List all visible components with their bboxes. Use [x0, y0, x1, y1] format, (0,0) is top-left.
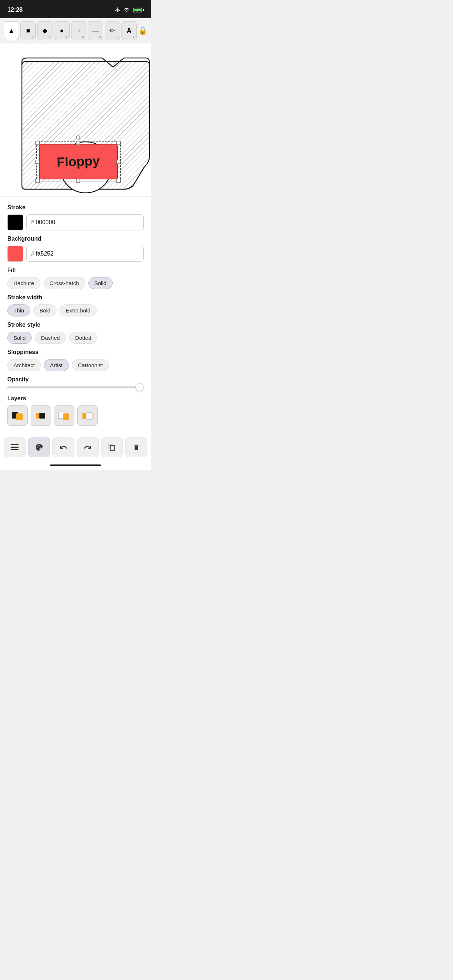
- copy-icon: [108, 443, 116, 451]
- fill-chip-solid[interactable]: Solid: [88, 277, 113, 289]
- menu-button[interactable]: [4, 438, 26, 457]
- tool-pencil[interactable]: ✏ 7: [105, 21, 120, 40]
- svg-rect-12: [117, 179, 120, 183]
- tool-diamond[interactable]: ◆ 3: [37, 21, 53, 40]
- canvas-drawing: Floppy: [0, 43, 151, 197]
- tool-number-5: 5: [83, 35, 84, 39]
- background-hex-value[interactable]: fa5252: [36, 250, 54, 257]
- tool-line[interactable]: — 6: [88, 21, 103, 40]
- copy-button[interactable]: [101, 438, 123, 457]
- sloppiness-chip-architect[interactable]: Architect: [7, 359, 41, 371]
- tool-select[interactable]: ▲ 1: [4, 21, 19, 40]
- stroke-hex-value[interactable]: 000000: [36, 219, 55, 226]
- style-button[interactable]: [28, 438, 50, 457]
- sloppiness-label: Sloppiness: [7, 349, 144, 355]
- stroke-label: Stroke: [7, 204, 144, 211]
- stroke-style-chip-solid[interactable]: Solid: [7, 332, 32, 344]
- svg-rect-6: [76, 141, 80, 145]
- stroke-width-chip-extra-bold[interactable]: Extra bold: [59, 304, 97, 317]
- stroke-style-chip-dashed[interactable]: Dashed: [35, 332, 66, 344]
- layer-thumb-2[interactable]: [30, 406, 51, 426]
- opacity-label: Opacity: [7, 376, 144, 383]
- tool-rectangle[interactable]: ■ 2: [21, 21, 36, 40]
- redo-icon: [83, 443, 91, 451]
- svg-rect-5: [36, 141, 39, 145]
- svg-point-13: [76, 135, 80, 139]
- properties-panel: Stroke # 000000 Background # fa5252 Fill…: [0, 197, 151, 434]
- layer-thumb-4[interactable]: [77, 406, 98, 426]
- background-color-row: # fa5252: [7, 246, 144, 262]
- fill-chips: Hachure Cross-hatch Solid: [7, 277, 144, 289]
- layers-row: [7, 406, 144, 426]
- undo-icon: [59, 443, 67, 451]
- stroke-color-swatch[interactable]: [7, 215, 23, 231]
- menu-icon: [11, 444, 19, 450]
- fill-chip-hachure[interactable]: Hachure: [7, 277, 40, 289]
- stroke-hash: #: [31, 219, 34, 226]
- tool-number-4: 4: [65, 35, 67, 39]
- undo-button[interactable]: [52, 438, 74, 457]
- delete-button[interactable]: [125, 438, 147, 457]
- redo-button[interactable]: [77, 438, 99, 457]
- svg-rect-18: [39, 413, 45, 418]
- layer-thumb-3[interactable]: [54, 406, 74, 426]
- status-icons: ⚡: [115, 7, 144, 13]
- svg-rect-10: [36, 179, 39, 183]
- wifi-icon: [123, 7, 130, 13]
- home-bar: [50, 465, 101, 466]
- toolbar: ▲ 1 ■ 2 ◆ 3 ● 4 → 5 — 6 ✏ 7 A 8 🔓: [0, 18, 151, 43]
- stroke-style-label: Stroke style: [7, 321, 144, 328]
- tool-lock[interactable]: 🔓: [138, 21, 147, 40]
- stroke-width-chips: Thin Bold Extra bold: [7, 304, 144, 317]
- stroke-style-chip-dotted[interactable]: Dotted: [69, 332, 97, 344]
- svg-rect-23: [11, 444, 19, 445]
- svg-rect-20: [63, 414, 69, 420]
- svg-text:Floppy: Floppy: [57, 153, 100, 170]
- status-time: 12:28: [7, 6, 22, 13]
- airplane-icon: [115, 7, 120, 13]
- opacity-slider-container: [7, 387, 144, 388]
- opacity-slider-track[interactable]: [7, 387, 144, 388]
- sloppiness-chips: Architect Artist Cartoonist: [7, 359, 144, 371]
- sloppiness-chip-artist[interactable]: Artist: [44, 359, 69, 371]
- tool-number-8: 8: [133, 35, 135, 39]
- svg-rect-22: [86, 413, 93, 419]
- opacity-slider-thumb[interactable]: [136, 383, 144, 391]
- opacity-slider-fill: [7, 387, 137, 388]
- stroke-color-input-wrapper: # 000000: [26, 215, 144, 231]
- background-label: Background: [7, 235, 144, 242]
- tool-arrow[interactable]: → 5: [71, 21, 86, 40]
- tool-number-2: 2: [32, 35, 33, 39]
- layer-thumb-1[interactable]: [7, 406, 28, 426]
- stroke-style-chips: Solid Dashed Dotted: [7, 332, 144, 344]
- svg-rect-24: [11, 447, 19, 448]
- tool-number-6: 6: [99, 35, 101, 39]
- background-color-input-wrapper: # fa5252: [26, 246, 144, 262]
- stroke-width-chip-thin[interactable]: Thin: [7, 304, 30, 317]
- svg-rect-16: [16, 414, 22, 420]
- trash-icon: [133, 443, 140, 451]
- fill-label: Fill: [7, 267, 144, 274]
- background-color-swatch[interactable]: [7, 246, 23, 262]
- battery-icon: ⚡: [133, 8, 144, 13]
- svg-rect-11: [76, 179, 80, 183]
- palette-icon: [35, 443, 43, 451]
- tool-ellipse[interactable]: ● 4: [54, 21, 69, 40]
- home-indicator: [0, 461, 151, 470]
- tool-number-7: 7: [116, 35, 118, 39]
- svg-rect-9: [117, 160, 120, 164]
- svg-rect-7: [117, 141, 120, 145]
- fill-chip-cross-hatch[interactable]: Cross-hatch: [43, 277, 85, 289]
- tool-text[interactable]: A 8: [121, 21, 137, 40]
- svg-rect-25: [11, 449, 19, 450]
- background-hash: #: [31, 250, 34, 257]
- svg-rect-8: [36, 160, 39, 164]
- stroke-width-chip-bold[interactable]: Bold: [33, 304, 57, 317]
- tool-number-1: 1: [15, 35, 17, 39]
- sloppiness-chip-cartoonist[interactable]: Cartoonist: [72, 359, 109, 371]
- canvas-area[interactable]: Floppy: [0, 43, 151, 197]
- status-bar: 12:28 ⚡: [0, 0, 151, 18]
- tool-number-3: 3: [48, 35, 50, 39]
- layers-section: Layers: [7, 395, 144, 426]
- stroke-width-label: Stroke width: [7, 294, 144, 301]
